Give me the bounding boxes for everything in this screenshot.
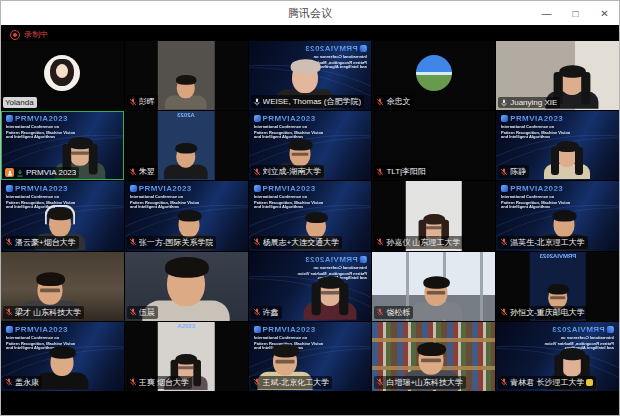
recording-indicator: 录制中 (10, 29, 48, 40)
name-label: 白增瑞+山东科技大学 (374, 376, 466, 389)
virtual-bg-logo-text: PRMVIA2023 (263, 325, 316, 334)
participant-silhouette (295, 278, 364, 321)
mic-muted-icon (5, 378, 13, 386)
virtual-bg-lines: International Conference onPattern Recog… (6, 124, 75, 140)
participant-name: Juanying XIE (510, 98, 557, 107)
name-label: 余忠文 (374, 95, 413, 108)
prmvia-logo-icon (254, 185, 261, 192)
participant-name: 陈静 (510, 166, 526, 177)
minimize-button[interactable]: — (532, 1, 561, 25)
prmvia-logo-icon (359, 256, 366, 263)
glasses (276, 360, 295, 364)
video-tile[interactable]: PRMVIA2023International Conference onPat… (249, 252, 372, 321)
video-tile[interactable]: PRMVIA2023孙恒文-重庆邮电大学 (496, 252, 619, 321)
video-tile[interactable]: A2023朱翌 (125, 111, 248, 180)
virtual-bg-logo-text: PRMVIA2023 (552, 325, 605, 334)
video-tile[interactable]: 伍晨 (125, 252, 248, 321)
video-grid: Yolanda彭晖PRMVIA2023International Confere… (1, 41, 619, 391)
mic-muted-icon (129, 308, 137, 316)
phone-banner-text: A2023 (158, 111, 214, 118)
name-label: 梁才 山东科技大学 (3, 306, 84, 319)
name-label: 盖永康 (3, 376, 42, 389)
name-label: 张一方-国际关系学院 (127, 236, 217, 249)
name-label: 伍晨 (127, 306, 158, 319)
name-label: WEISE, Thomas (合肥学院) (251, 95, 365, 108)
video-tile[interactable]: 彭晖 (125, 41, 248, 110)
video-tile[interactable]: PRMVIA2023International Conference onPat… (249, 322, 372, 391)
mic-muted-icon (129, 98, 137, 106)
video-tile[interactable]: PRMVIA2023International Conference onPat… (496, 181, 619, 250)
participant-name: WEISE, Thomas (合肥学院) (263, 96, 362, 107)
virtual-bg-lines: International Conference onPattern Recog… (254, 194, 323, 210)
video-tile[interactable]: PRMVIA2023International Conference onPat… (1, 322, 124, 391)
maximize-button[interactable]: □ (561, 1, 590, 25)
video-tile[interactable]: PRMVIA2023International Conference onPat… (249, 41, 372, 110)
participant-name: 梁才 山东科技大学 (15, 307, 81, 318)
participant-name: 朱翌 (139, 166, 155, 177)
virtual-bg-logo-text: PRMVIA2023 (15, 184, 68, 193)
close-button[interactable]: ✕ (590, 1, 619, 25)
mic-muted-icon (253, 168, 261, 176)
participant-name: 潘云豪+烟台大学 (15, 237, 76, 248)
prmvia-logo-icon (254, 326, 261, 333)
virtual-bg-lines: International Conference onPattern Recog… (501, 194, 570, 210)
name-label: PRMVIA 2023 (3, 167, 79, 178)
video-tile[interactable]: PRMVIA2023International Conference onPat… (1, 181, 124, 250)
mic-muted-icon (376, 168, 384, 176)
name-label: Juanying XIE (498, 97, 560, 108)
glasses (320, 291, 338, 294)
participant-name: 饶松栎 (386, 307, 410, 318)
video-tile[interactable]: Yolanda (1, 41, 124, 110)
video-tile[interactable]: PRMVIA2023International Conference onPat… (496, 322, 619, 391)
name-label: 刘立成-湖南大学 (251, 165, 325, 178)
virtual-bg-logo-text: PRMVIA2023 (139, 184, 192, 193)
participant-name: 王爽 烟台大学 (139, 377, 189, 388)
video-tile[interactable]: Juanying XIE (496, 41, 619, 110)
video-tile[interactable]: PRMVIA2023International Conference onPat… (125, 181, 248, 250)
video-tile[interactable]: PRMVIA2023International Conference onPat… (496, 111, 619, 180)
glasses (421, 358, 441, 362)
video-tile[interactable]: 白增瑞+山东科技大学 (372, 322, 495, 391)
prmvia-logo-icon (6, 326, 13, 333)
window-controls: — □ ✕ (532, 1, 619, 25)
video-tile[interactable]: 余忠文 (372, 41, 495, 110)
participant-name: 许鑫 (263, 307, 279, 318)
mic-muted-icon (500, 238, 508, 246)
prmvia-logo-icon (607, 326, 614, 333)
virtual-bg-logo-text: PRMVIA2023 (263, 184, 316, 193)
mic-muted-icon (129, 378, 137, 386)
mic-on-icon (500, 99, 508, 107)
name-label: 孙恒文-重庆邮电大学 (498, 306, 588, 319)
video-tile[interactable]: 饶松栎 (372, 252, 495, 321)
host-badge-icon (5, 168, 14, 177)
prmvia-logo-icon (501, 185, 508, 192)
participant-name: 彭晖 (139, 96, 155, 107)
video-tile[interactable]: 孙嘉仪 山东理工大学 (372, 181, 495, 250)
phone-banner-text: PRMVIA2023 (529, 252, 585, 259)
glasses (71, 152, 89, 155)
mic-muted-icon (253, 378, 261, 386)
participant-name: 盖永康 (15, 377, 39, 388)
video-tile[interactable]: TLT|李阳阳 (372, 111, 495, 180)
video-tile[interactable]: PRMVIA2023International Conference onPat… (1, 111, 124, 180)
title-bar: 腾讯会议 — □ ✕ (1, 1, 619, 25)
mic-muted-icon (376, 308, 384, 316)
participant-name: 张一方-国际关系学院 (139, 237, 214, 248)
video-tile[interactable]: 梁才 山东科技大学 (1, 252, 124, 321)
prmvia-logo-icon (6, 115, 13, 122)
prmvia-logo-icon (359, 45, 366, 52)
landscape-avatar (416, 55, 452, 91)
reaction-icon (586, 379, 593, 386)
video-tile[interactable]: PRMVIA2023International Conference onPat… (249, 111, 372, 180)
mic-muted-icon (500, 308, 508, 316)
video-tile[interactable]: PRMVIA2023International Conference onPat… (249, 181, 372, 250)
virtual-bg-logo-text: PRMVIA2023 (304, 44, 357, 53)
mic-on-icon (253, 98, 261, 106)
virtual-bg-logo-text: PRMVIA2023 (263, 114, 316, 123)
video-tile[interactable]: A2023王爽 烟台大学 (125, 322, 248, 391)
virtual-bg-logo-text: PRMVIA2023 (15, 325, 68, 334)
virtual-bg-logo-text: PRMVIA2023 (510, 114, 563, 123)
prmvia-logo-icon (6, 185, 13, 192)
phone-video (158, 41, 214, 110)
mic-muted-icon (376, 378, 384, 386)
